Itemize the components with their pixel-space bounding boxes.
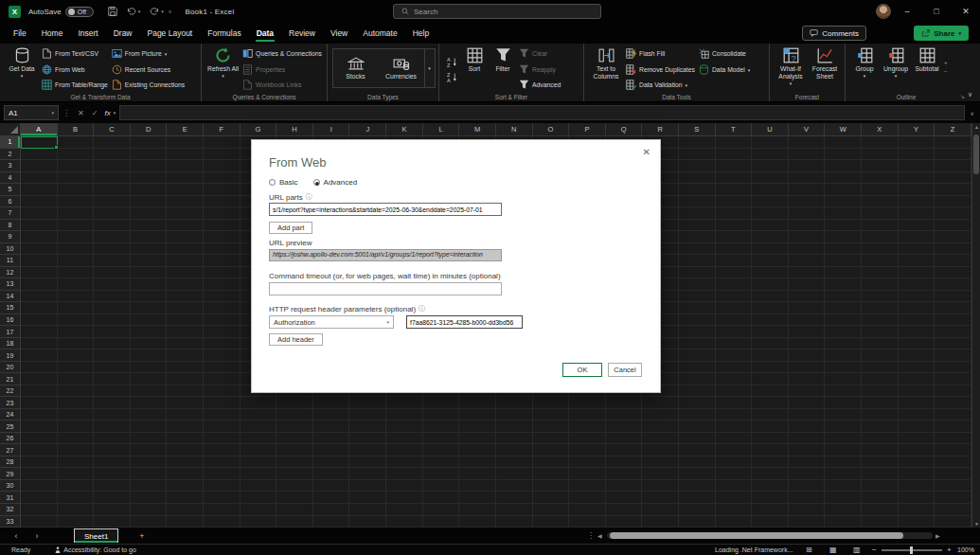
cell-W9[interactable] [825,231,862,243]
cell-E11[interactable] [167,255,204,267]
column-header-F[interactable]: F [204,123,241,135]
cell-W29[interactable] [825,468,862,480]
cell-N32[interactable] [496,504,533,516]
cell-A9[interactable] [21,231,58,243]
confirm-entry-icon[interactable]: ✓ [92,109,98,117]
from-table-range-button[interactable]: From Table/Range [42,79,108,91]
cell-J31[interactable] [349,492,386,504]
sheet-tab-sheet1[interactable]: Sheet1 [74,528,118,543]
cell-V18[interactable] [789,338,826,350]
cell-V31[interactable] [789,492,826,504]
cell-B19[interactable] [58,349,95,362]
cell-D15[interactable] [131,302,168,314]
cell-T5[interactable] [716,184,753,196]
cell-Z8[interactable] [935,220,971,232]
cell-P28[interactable] [569,457,606,469]
cell-T21[interactable] [716,373,753,385]
cell-E9[interactable] [167,231,204,243]
cell-D30[interactable] [131,480,168,492]
cell-R29[interactable] [642,468,679,480]
cell-D18[interactable] [131,338,168,350]
cell-A10[interactable] [21,243,58,256]
cell-V24[interactable] [789,409,826,421]
cell-Z17[interactable] [935,326,971,338]
cell-R24[interactable] [642,409,679,421]
cell-X17[interactable] [862,326,899,338]
cell-C19[interactable] [94,349,131,362]
cell-A33[interactable] [21,516,58,528]
cell-L31[interactable] [423,492,460,504]
cell-O33[interactable] [533,516,570,528]
cell-T31[interactable] [716,492,753,504]
cell-D4[interactable] [131,172,168,185]
column-header-Q[interactable]: Q [606,123,643,135]
cell-F4[interactable] [204,172,241,185]
cell-G25[interactable] [241,421,277,433]
column-header-B[interactable]: B [58,123,95,135]
cell-Q32[interactable] [606,504,643,516]
cell-X20[interactable] [862,362,899,374]
cell-S7[interactable] [679,207,716,220]
cell-N31[interactable] [496,492,533,504]
cell-D26[interactable] [131,433,168,445]
cell-I27[interactable] [313,444,350,457]
cell-H24[interactable] [276,409,313,421]
cell-D25[interactable] [131,421,168,433]
cell-D27[interactable] [131,444,168,457]
cell-F14[interactable] [204,291,241,303]
cell-X12[interactable] [862,267,899,279]
cell-H31[interactable] [276,492,313,504]
cell-E15[interactable] [167,302,204,314]
cell-F9[interactable] [204,231,241,243]
hide-detail-button[interactable]: − [944,68,948,74]
cell-U32[interactable] [752,504,789,516]
cell-S33[interactable] [679,516,716,528]
cell-A17[interactable] [21,326,58,338]
cell-W1[interactable] [825,136,862,149]
cell-U30[interactable] [752,480,789,492]
cell-U14[interactable] [752,291,789,303]
cell-C25[interactable] [94,421,131,433]
row-header-14[interactable]: 14 [0,291,20,303]
cell-E10[interactable] [167,243,204,256]
cancel-entry-icon[interactable]: ✕ [78,109,84,117]
cell-Z1[interactable] [935,136,971,149]
cell-W30[interactable] [825,480,862,492]
cell-Z31[interactable] [935,492,971,504]
cell-X13[interactable] [862,278,899,291]
cell-F1[interactable] [204,136,241,149]
data-model-button[interactable]: Data Model▾ [699,63,750,76]
cell-C7[interactable] [94,207,131,220]
cell-Q25[interactable] [606,421,643,433]
cell-C28[interactable] [94,457,131,469]
cell-Z10[interactable] [935,243,971,256]
cell-C10[interactable] [94,243,131,256]
cell-D10[interactable] [131,243,168,256]
tab-draw[interactable]: Draw [106,25,140,43]
cell-M30[interactable] [459,480,496,492]
cell-A3[interactable] [21,160,58,172]
cell-V20[interactable] [789,362,826,374]
cell-K27[interactable] [386,444,423,457]
cell-U2[interactable] [752,149,789,161]
cell-F20[interactable] [204,362,241,374]
cell-Z29[interactable] [935,468,971,480]
cell-B18[interactable] [58,338,95,350]
cell-O31[interactable] [533,492,570,504]
cell-A26[interactable] [21,433,58,445]
cell-F8[interactable] [204,220,241,232]
cell-P25[interactable] [569,421,606,433]
cell-B20[interactable] [58,362,95,374]
column-header-P[interactable]: P [569,123,606,135]
column-header-K[interactable]: K [386,123,423,135]
cell-S31[interactable] [679,492,716,504]
cell-Z5[interactable] [935,184,971,196]
cell-X30[interactable] [862,480,899,492]
cell-D9[interactable] [131,231,168,243]
cell-V3[interactable] [789,160,826,172]
cell-Y28[interactable] [899,457,935,469]
cell-O26[interactable] [533,433,570,445]
column-header-I[interactable]: I [313,123,350,135]
cell-U27[interactable] [752,444,789,457]
cell-B26[interactable] [58,433,95,445]
